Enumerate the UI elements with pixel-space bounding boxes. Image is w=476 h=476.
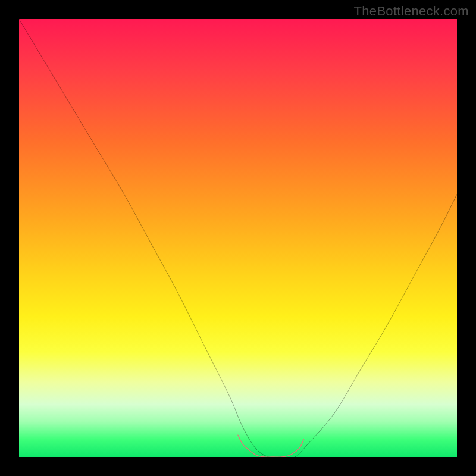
curve-layer — [19, 19, 457, 457]
plot-area — [19, 19, 457, 457]
chart-frame: TheBottleneck.com — [0, 0, 476, 476]
flat-zone-marker-path — [238, 435, 303, 457]
bottleneck-curve-path — [19, 19, 457, 457]
watermark-text: TheBottleneck.com — [354, 4, 469, 19]
